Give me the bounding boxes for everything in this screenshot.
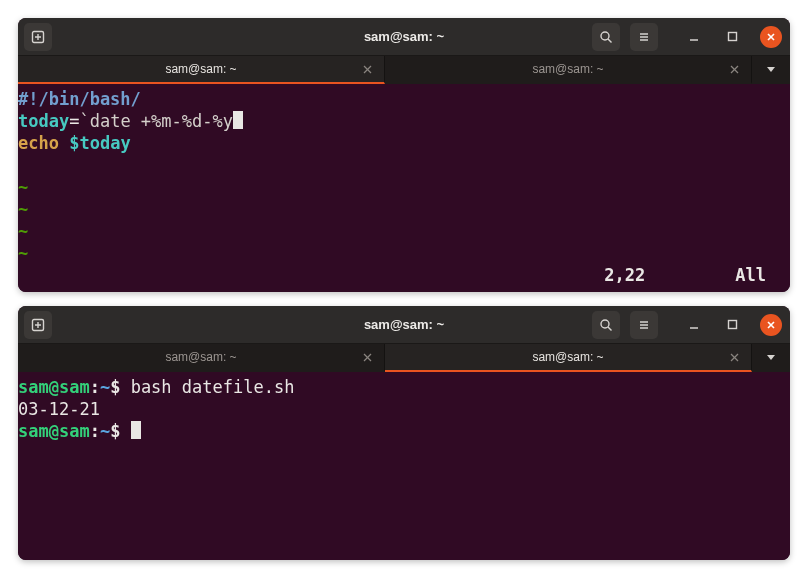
tab-label: sam@sam: ~ <box>165 350 236 364</box>
maximize-button[interactable] <box>718 23 746 51</box>
tab-close-icon[interactable] <box>727 62 741 76</box>
minimize-button[interactable] <box>680 311 708 339</box>
tab-close-icon[interactable] <box>727 350 741 364</box>
new-tab-button[interactable] <box>24 23 52 51</box>
menu-button[interactable] <box>630 311 658 339</box>
terminal-window-2: sam@sam: ~ <box>18 306 790 560</box>
cursor <box>131 421 141 439</box>
titlebar: sam@sam: ~ <box>18 18 790 56</box>
search-button[interactable] <box>592 311 620 339</box>
tabbar: sam@sam: ~ sam@sam: ~ <box>18 56 790 84</box>
blank-line <box>18 154 784 176</box>
code-line-1: #!/bin/bash/ <box>18 88 784 110</box>
terminal-window-1: sam@sam: ~ <box>18 18 790 292</box>
shell-line-1: sam@sam:~$ bash datefile.sh <box>18 376 784 398</box>
tab-close-icon[interactable] <box>360 62 374 76</box>
code-line-3: echo $today <box>18 132 784 154</box>
maximize-button[interactable] <box>718 311 746 339</box>
terminal-body[interactable]: sam@sam:~$ bash datefile.sh 03-12-21 sam… <box>18 372 790 560</box>
close-button[interactable] <box>760 314 782 336</box>
minimize-button[interactable] <box>680 23 708 51</box>
cursor <box>233 111 243 129</box>
vim-tilde-line: ~ <box>18 198 784 220</box>
svg-point-20 <box>601 320 609 328</box>
svg-point-3 <box>601 32 609 40</box>
close-button[interactable] <box>760 26 782 48</box>
vim-tilde-line: ~ <box>18 242 784 264</box>
tabbar: sam@sam: ~ sam@sam: ~ <box>18 344 790 372</box>
svg-rect-26 <box>728 321 736 329</box>
svg-rect-9 <box>728 33 736 41</box>
menu-button[interactable] <box>630 23 658 51</box>
tab-1[interactable]: sam@sam: ~ <box>18 56 385 84</box>
svg-marker-16 <box>767 67 775 72</box>
shell-line-2: 03-12-21 <box>18 398 784 420</box>
svg-line-21 <box>608 327 612 331</box>
vim-tilde-line: ~ <box>18 176 784 198</box>
vim-status-row: 2,22 All <box>18 264 784 286</box>
svg-line-4 <box>608 39 612 43</box>
tab-label: sam@sam: ~ <box>165 62 236 76</box>
titlebar: sam@sam: ~ <box>18 306 790 344</box>
tab-close-icon[interactable] <box>360 350 374 364</box>
svg-marker-33 <box>767 355 775 360</box>
new-tab-button[interactable] <box>24 311 52 339</box>
vim-cursor-pos: 2,22 <box>604 264 645 286</box>
vim-tilde-line: ~ <box>18 220 784 242</box>
code-line-2: today=`date +%m-%d-%y <box>18 110 784 132</box>
search-button[interactable] <box>592 23 620 51</box>
tab-2[interactable]: sam@sam: ~ <box>385 56 752 84</box>
vim-scroll-pos: All <box>735 264 766 286</box>
tab-1[interactable]: sam@sam: ~ <box>18 344 385 372</box>
terminal-body[interactable]: #!/bin/bash/ today=`date +%m-%d-%y echo … <box>18 84 790 292</box>
tab-dropdown-button[interactable] <box>752 344 790 372</box>
tab-label: sam@sam: ~ <box>532 350 603 364</box>
shell-line-3: sam@sam:~$ <box>18 420 784 442</box>
tab-label: sam@sam: ~ <box>532 62 603 76</box>
tab-2[interactable]: sam@sam: ~ <box>385 344 752 372</box>
tab-dropdown-button[interactable] <box>752 56 790 84</box>
